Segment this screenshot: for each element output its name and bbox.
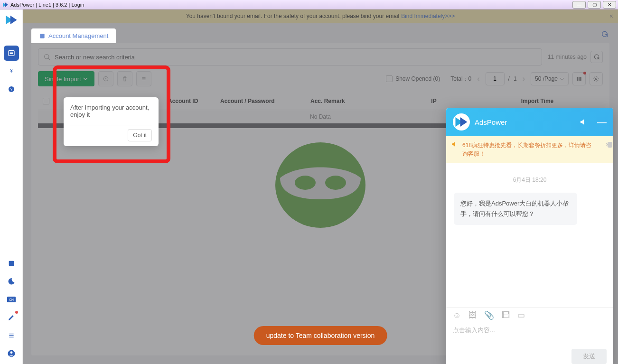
chat-widget: AdsPower — 618疯狂特惠抢先看，长期套餐折扣更多，详情请咨询客服！ … [446,108,613,364]
chat-sound-icon[interactable] [579,118,588,126]
brand-logo [5,13,18,27]
nav-edit-icon[interactable] [4,310,19,325]
chat-timestamp: 6月4日 18:20 [454,176,606,184]
nav-accounts[interactable] [4,46,19,61]
chat-toolbar: ☺ 🖼 📎 🎞 ▭ [446,307,613,323]
chat-scrollbar[interactable] [608,142,612,148]
chat-title: AdsPower [475,118,570,126]
svg-text:?: ? [10,87,12,92]
nav-help[interactable]: ? [4,82,19,97]
chat-minimize-icon[interactable]: — [597,117,607,127]
chat-body: 6月4日 18:20 您好，我是AdsPower大白的机器人小帮手，请问有什么可… [446,163,613,307]
chat-emoji-icon[interactable]: ☺ [453,311,461,320]
svg-text:¥: ¥ [9,68,13,74]
svg-rect-6 [9,261,14,266]
svg-rect-14 [40,34,44,38]
window-titlebar: AdsPower | Line1 | 3.6.2 | Login — ▢ ✕ [0,0,618,9]
svg-point-13 [10,351,12,354]
nav-lang-icon[interactable]: CN [4,292,19,307]
nav-list-icon[interactable] [4,328,19,343]
nav-billing[interactable]: ¥ [4,64,19,79]
popover-text: After importing your account, enjoy it [70,104,152,118]
chat-header: AdsPower — [446,108,613,136]
upgrade-cta[interactable]: update to Team collaboration version [254,326,387,345]
chat-notice-text: 618疯狂特惠抢先看，长期套餐折扣更多，详情请咨询客服！ [462,142,591,157]
chat-image-icon[interactable]: 🖼 [468,311,477,320]
window-minimize[interactable]: — [572,1,586,9]
chat-input[interactable] [453,326,607,347]
breadcrumb-icon [39,33,46,39]
chat-notice: 618疯狂特惠抢先看，长期套餐折扣更多，详情请咨询客服！ × [446,136,613,163]
chat-screen-icon[interactable]: ▭ [517,310,525,320]
left-nav-rail: ¥ ? CN [0,9,23,364]
popover-gotit-button[interactable]: Got it [128,129,152,141]
nav-theme-icon[interactable] [4,274,19,289]
speaker-icon [451,141,458,148]
chat-video-icon[interactable]: 🎞 [502,311,510,320]
nav-profile-icon[interactable] [4,346,19,361]
chat-bot-message: 您好，我是AdsPower大白的机器人小帮手，请问有什么可以帮您？ [454,193,577,225]
nav-notes-icon[interactable] [4,256,19,271]
onboarding-popover: After importing your account, enjoy it G… [64,97,159,146]
chat-send-button[interactable]: 发送 [571,349,607,364]
app-icon [2,1,9,8]
breadcrumb: Account Management [31,28,116,43]
svg-text:CN: CN [9,298,14,301]
breadcrumb-label: Account Management [48,32,108,39]
chat-attach-icon[interactable]: 📎 [484,310,494,320]
window-maximize[interactable]: ▢ [588,1,601,9]
window-close[interactable]: ✕ [603,1,616,9]
chat-logo [453,113,470,131]
window-title: AdsPower | Line1 | 3.6.2 | Login [10,2,84,8]
